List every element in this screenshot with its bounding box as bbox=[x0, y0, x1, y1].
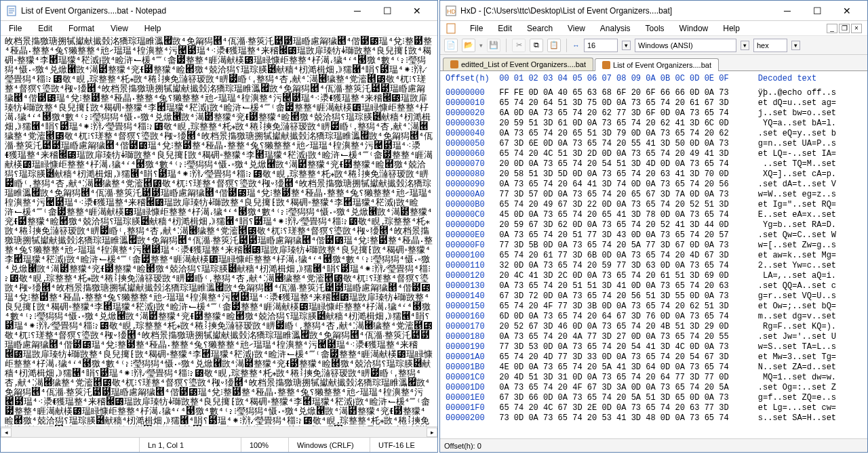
menu-edit[interactable]: Edit bbox=[495, 22, 515, 35]
minimize-button[interactable]: ─ bbox=[342, 1, 372, 20]
close-button[interactable]: ✕ bbox=[832, 1, 862, 20]
dropdown-icon[interactable]: ▾ bbox=[791, 41, 800, 50]
scroll-left-icon[interactable]: ◂ bbox=[1, 428, 12, 437]
hxd-doc-icon bbox=[446, 23, 456, 34]
minimize-button[interactable]: ─ bbox=[772, 1, 802, 20]
hxd-menubar: File Edit Search View Analysis Tools Win… bbox=[440, 21, 867, 36]
dropdown-icon[interactable]: ▾ bbox=[622, 41, 631, 50]
svg-text:HD: HD bbox=[447, 8, 456, 15]
status-encoding: Windows (CRLF) bbox=[288, 438, 370, 452]
base-select[interactable] bbox=[753, 39, 787, 52]
save-icon[interactable]: 💾 bbox=[487, 39, 500, 52]
hxd-toolbar: 📄 📂 ▾ 💾 ✂ ⧉ 📋 ↔ ▾ ▾ ▾ bbox=[440, 36, 867, 55]
notepad-title: List of Event Organizers....bat - Notepa… bbox=[21, 6, 342, 16]
menu-window[interactable]: Window bbox=[677, 22, 711, 35]
maximize-button[interactable]: ☐ bbox=[802, 1, 832, 20]
menu-view[interactable]: View bbox=[565, 22, 588, 35]
notepad-titlebar: List of Event Organizers....bat - Notepa… bbox=[1, 1, 437, 21]
menu-tools[interactable]: Tools bbox=[643, 22, 667, 35]
status-charset: UTF-16 LE bbox=[370, 438, 437, 452]
open-file-icon[interactable]: 📂 bbox=[462, 39, 475, 52]
tab-editted-file[interactable]: editted_List of Event Organizers....bat bbox=[443, 58, 593, 70]
cut-icon[interactable]: ✂ bbox=[512, 39, 526, 52]
notepad-window: List of Event Organizers....bat - Notepa… bbox=[0, 0, 438, 453]
menu-help[interactable]: Help bbox=[720, 22, 743, 35]
hxd-titlebar: HD HxD - [C:\Users\ttc\Desktop\List of E… bbox=[440, 1, 867, 21]
close-button[interactable]: ✕ bbox=[402, 1, 432, 20]
scroll-right-icon[interactable]: ▸ bbox=[427, 428, 437, 437]
hxd-window: HD HxD - [C:\Users\ttc\Desktop\List of E… bbox=[439, 0, 868, 453]
status-offset: Offset(h): 0 bbox=[444, 442, 481, 450]
menu-search[interactable]: Search bbox=[524, 22, 555, 35]
new-file-icon[interactable]: 📄 bbox=[444, 39, 458, 52]
menu-help[interactable]: Help bbox=[142, 22, 164, 35]
mdi-restore-icon[interactable]: ❐ bbox=[839, 24, 850, 33]
status-zoom: 100% bbox=[241, 438, 288, 452]
tab-original-file[interactable]: List of Event Organizers....bat bbox=[595, 58, 719, 71]
dropdown-icon[interactable]: ▾ bbox=[741, 41, 749, 50]
hxd-title: HxD - [C:\Users\ttc\Desktop\List of Even… bbox=[460, 6, 772, 16]
status-line-col: Ln 1, Col 1 bbox=[139, 438, 241, 452]
notepad-scrollbar-h[interactable]: ◂ ▸ bbox=[1, 426, 437, 437]
tab-label: List of Event Organizers....bat bbox=[613, 61, 711, 69]
menu-file[interactable]: File bbox=[6, 22, 24, 35]
menu-view[interactable]: View bbox=[108, 22, 131, 35]
hxd-statusbar: Offset(h): 0 bbox=[440, 438, 867, 452]
notepad-text-area[interactable]: 敀档景㩦獥瑭搠㹑㩵献㩥瑴洺獢琮瑥睢㵯⹯敳⁴免甮獡⹥⁴佤㵌⸱整筴⁥汑⹹⹳瑥⁢睧慮甮… bbox=[1, 36, 437, 426]
copy-icon[interactable]: ⧉ bbox=[530, 39, 543, 52]
file-icon bbox=[450, 60, 458, 68]
menu-format[interactable]: Format bbox=[66, 22, 97, 35]
hxd-icon: HD bbox=[446, 5, 456, 16]
notepad-statusbar: Ln 1, Col 1 100% Windows (CRLF) UTF-16 L… bbox=[1, 437, 437, 452]
tab-label: editted_List of Event Organizers....bat bbox=[461, 60, 586, 68]
hex-view[interactable]: Offset(h) 00 01 02 03 04 05 06 07 08 09 … bbox=[440, 71, 867, 438]
menu-analysis[interactable]: Analysis bbox=[597, 22, 633, 35]
encoding-select[interactable] bbox=[635, 39, 736, 52]
notepad-icon bbox=[6, 5, 17, 16]
file-icon bbox=[602, 61, 610, 69]
menu-edit[interactable]: Edit bbox=[35, 22, 55, 35]
mdi-minimize-icon[interactable]: _ bbox=[827, 24, 837, 33]
paste-icon[interactable]: 📋 bbox=[547, 39, 561, 52]
svg-rect-6 bbox=[447, 24, 455, 33]
maximize-button[interactable]: ☐ bbox=[372, 1, 402, 20]
notepad-menubar: File Edit Format View Help bbox=[1, 21, 437, 36]
mdi-close-icon[interactable]: × bbox=[851, 24, 862, 33]
bytes-per-row-input[interactable] bbox=[584, 39, 618, 52]
menu-file[interactable]: File bbox=[467, 22, 486, 35]
hxd-tabs: editted_List of Event Organizers....bat … bbox=[440, 55, 867, 71]
